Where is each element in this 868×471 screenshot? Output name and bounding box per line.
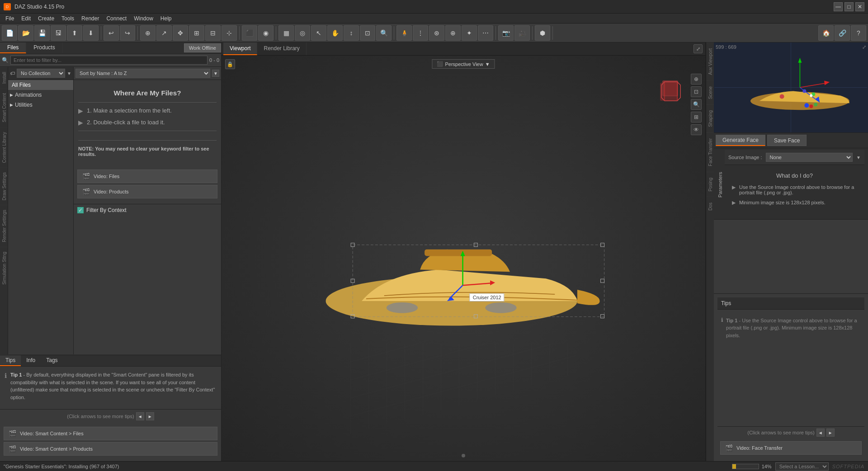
- joint-tool-button[interactable]: ⊛: [429, 25, 444, 41]
- weight-tool-button[interactable]: ⊕: [445, 25, 461, 41]
- viewport-lock-icon[interactable]: 🔒: [225, 59, 235, 69]
- figure-tool-button[interactable]: ⊕: [140, 25, 156, 41]
- tab-tags[interactable]: Tags: [41, 355, 63, 366]
- dolly-view-button[interactable]: ↕: [344, 25, 359, 41]
- collection-dropdown[interactable]: No Collection: [17, 69, 65, 78]
- tab-files[interactable]: Files: [0, 42, 26, 53]
- export-button[interactable]: ⬇: [83, 25, 99, 41]
- generate-face-button[interactable]: Generate Face: [716, 135, 765, 146]
- lesson-selector[interactable]: Select a Lesson...: [775, 462, 829, 471]
- orbit-view-button[interactable]: ◎: [295, 25, 310, 41]
- skin-tool-button[interactable]: ⋯: [478, 25, 493, 41]
- help-button[interactable]: ?: [851, 25, 866, 41]
- geometry-view-button[interactable]: ▦: [278, 25, 294, 41]
- side-tab-simulation[interactable]: Simulation Sttng: [0, 247, 8, 289]
- aux-viewport-tab[interactable]: Aux Viewport: [706, 42, 714, 80]
- maximize-button[interactable]: □: [844, 2, 854, 11]
- menu-tools[interactable]: Tools: [58, 14, 78, 23]
- zoom-view-button[interactable]: 🔍: [376, 25, 392, 41]
- render-camera-button[interactable]: 🎥: [514, 25, 530, 41]
- orientation-cube[interactable]: [656, 78, 685, 109]
- vp-frame-all-button[interactable]: ⊞: [691, 112, 702, 122]
- side-tab-smart-content[interactable]: Smart Content: [0, 88, 8, 127]
- pan-view-button[interactable]: ✋: [327, 25, 343, 41]
- menu-edit[interactable]: Edit: [18, 14, 34, 23]
- align-tool-button[interactable]: ⊟: [205, 25, 221, 41]
- filter-context-checkbox[interactable]: ✓: [77, 207, 84, 213]
- new-button[interactable]: 📄: [2, 25, 17, 41]
- video-files-link[interactable]: 🎬 Video: Files: [77, 170, 217, 183]
- side-tab-draw-settings[interactable]: Draw Settings: [0, 167, 8, 205]
- right-video-link[interactable]: 🎬 Video: Face Transfer: [720, 441, 862, 455]
- import-button[interactable]: ⬆: [67, 25, 82, 41]
- eyedropper-button[interactable]: ⊹: [222, 25, 237, 41]
- sort-dropdown[interactable]: Sort by Name : A to Z: [75, 69, 210, 78]
- menu-window[interactable]: Window: [130, 14, 157, 23]
- shaping-tab[interactable]: Shaping: [706, 104, 714, 132]
- vp-search-button[interactable]: 🔍: [691, 99, 702, 110]
- right-tips-prev-button[interactable]: ◄: [816, 429, 825, 437]
- save-face-button[interactable]: Save Face: [767, 135, 807, 146]
- video-smart-content-products[interactable]: 🎬 Video: Smart Content > Products: [4, 442, 217, 456]
- source-image-dropdown[interactable]: None: [766, 153, 853, 162]
- sort-arrow-down[interactable]: ▼: [212, 70, 219, 77]
- select-view-button[interactable]: ↖: [311, 25, 326, 41]
- video-products-link[interactable]: 🎬 Video: Products: [77, 185, 217, 198]
- render-icon-button[interactable]: ⬢: [535, 25, 550, 41]
- side-tab-render-settings[interactable]: Render Settings: [0, 205, 8, 247]
- menu-connect[interactable]: Connect: [103, 14, 130, 23]
- tips-next-button[interactable]: ►: [146, 412, 154, 420]
- vp-expand-button[interactable]: ⤢: [693, 44, 703, 53]
- search-input[interactable]: [10, 56, 208, 65]
- mini-viewport-expand[interactable]: ⤢: [862, 44, 866, 50]
- universal-tool-button[interactable]: ⊞: [189, 25, 204, 41]
- open-button[interactable]: 📂: [18, 25, 33, 41]
- connect-button[interactable]: 🔗: [835, 25, 850, 41]
- dos-tab[interactable]: Dos: [706, 197, 714, 216]
- morph-tool-button[interactable]: ⋮: [413, 25, 428, 41]
- vp-orbit-button[interactable]: 👁: [691, 124, 702, 135]
- close-button[interactable]: ✕: [855, 2, 864, 11]
- scale-tool-button[interactable]: ✥: [173, 25, 188, 41]
- posing-tab[interactable]: Posing: [706, 172, 714, 197]
- frame-view-button[interactable]: ⊡: [360, 25, 375, 41]
- side-tab-content-library[interactable]: Content Library: [0, 127, 8, 167]
- bone-tool-button[interactable]: ✦: [462, 25, 477, 41]
- redo-button[interactable]: ↪: [120, 25, 135, 41]
- home-button[interactable]: 🏠: [818, 25, 834, 41]
- menu-help[interactable]: Help: [157, 14, 175, 23]
- vp-zoom-extents-button[interactable]: ⊕: [691, 74, 702, 85]
- scene-tab[interactable]: Scene: [706, 80, 714, 104]
- save-button[interactable]: 🖫: [51, 25, 66, 41]
- nav-animations[interactable]: ▶ Animations: [8, 90, 73, 100]
- tab-viewport[interactable]: Viewport: [223, 42, 257, 55]
- iray-button[interactable]: ◉: [258, 25, 274, 41]
- perspective-dropdown[interactable]: ⬛ Perspective View ▼: [432, 59, 495, 69]
- video-smart-content-files[interactable]: 🎬 Video: Smart Content > Files: [4, 427, 217, 440]
- tab-info[interactable]: Info: [21, 355, 41, 366]
- tab-products[interactable]: Products: [26, 42, 62, 53]
- undo-button[interactable]: ↩: [104, 25, 119, 41]
- save-as-button[interactable]: 💾: [34, 25, 50, 41]
- right-tip-icon[interactable]: ℹ: [721, 317, 723, 323]
- side-tab-install[interactable]: Install: [0, 67, 8, 88]
- face-transfer-tab[interactable]: Face Transfer: [706, 132, 714, 172]
- rotate-tool-button[interactable]: ↗: [156, 25, 172, 41]
- viewport[interactable]: Cruiser 2012 🔒 ⬛ Perspective View ▼ ⊕: [222, 56, 705, 461]
- menu-create[interactable]: Create: [34, 14, 58, 23]
- tab-render-library[interactable]: Render Library: [257, 42, 306, 55]
- work-offline-button[interactable]: Work Offline: [184, 43, 221, 52]
- right-tips-next-button[interactable]: ►: [826, 429, 835, 437]
- tips-prev-button[interactable]: ◄: [136, 412, 144, 420]
- menu-render[interactable]: Render: [78, 14, 103, 23]
- nav-all-files[interactable]: All Files: [8, 80, 73, 90]
- tab-tips[interactable]: Tips: [0, 355, 21, 366]
- camera-tool-button[interactable]: 📷: [498, 25, 514, 41]
- vp-frame-selected-button[interactable]: ⊡: [691, 86, 702, 97]
- minimize-button[interactable]: —: [834, 2, 843, 11]
- pose-tool-button[interactable]: 🧍: [396, 25, 412, 41]
- render-button[interactable]: ⬛: [242, 25, 257, 41]
- tip-icon[interactable]: ℹ: [5, 372, 7, 379]
- menu-file[interactable]: File: [2, 14, 18, 23]
- nav-utilities[interactable]: ▶ Utilities: [8, 100, 73, 110]
